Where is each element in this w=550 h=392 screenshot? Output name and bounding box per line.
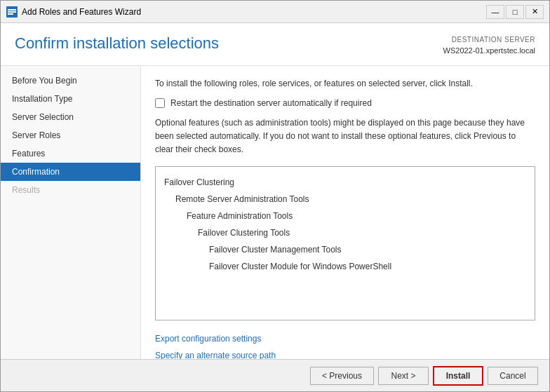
page-title: Confirm installation selections [15, 34, 219, 53]
svg-rect-2 [8, 11, 16, 13]
instructions-text: To install the following roles, role ser… [155, 77, 535, 90]
sidebar-item-server-selection[interactable]: Server Selection [1, 108, 140, 126]
window-controls: — □ ✕ [486, 5, 544, 19]
right-panel: To install the following roles, role ser… [141, 66, 549, 360]
destination-server-info: DESTINATION SERVER WS2022-01.xpertstec.l… [443, 34, 535, 57]
restart-checkbox[interactable] [155, 98, 165, 108]
feature-item-4: Failover Cluster Management Tools [164, 241, 526, 258]
feature-item-0: Failover Clustering [164, 174, 526, 191]
destination-label: DESTINATION SERVER [443, 34, 535, 45]
window-title: Add Roles and Features Wizard [22, 7, 486, 17]
alternate-source-link[interactable]: Specify an alternate source path [155, 347, 535, 359]
minimize-button[interactable]: — [486, 5, 504, 19]
svg-rect-3 [8, 13, 13, 15]
feature-item-3: Failover Clustering Tools [164, 224, 526, 241]
previous-button[interactable]: < Previous [310, 367, 374, 385]
restart-checkbox-row: Restart the destination server automatic… [155, 98, 535, 108]
sidebar-item-server-roles[interactable]: Server Roles [1, 126, 140, 144]
feature-item-5: Failover Cluster Module for Windows Powe… [164, 258, 526, 275]
sidebar-item-features[interactable]: Features [1, 144, 140, 163]
footer: < Previous Next > Install Cancel [1, 359, 549, 391]
destination-server-name: WS2022-01.xpertstec.local [443, 45, 535, 57]
sidebar: Before You Begin Installation Type Serve… [1, 66, 141, 360]
feature-item-2: Feature Administration Tools [164, 208, 526, 224]
sidebar-item-installation-type[interactable]: Installation Type [1, 90, 140, 108]
main-content: Before You Begin Installation Type Serve… [1, 66, 549, 360]
features-box: Failover Clustering Remote Server Admini… [155, 166, 535, 320]
app-icon [6, 6, 18, 18]
window: Add Roles and Features Wizard — □ ✕ Conf… [0, 0, 550, 392]
sidebar-item-results: Results [1, 181, 140, 199]
next-button[interactable]: Next > [378, 367, 429, 385]
cancel-button[interactable]: Cancel [488, 367, 538, 385]
sidebar-item-confirmation[interactable]: Confirmation [1, 163, 140, 181]
optional-notice-text: Optional features (such as administratio… [155, 116, 535, 157]
export-config-link[interactable]: Export configuration settings [155, 330, 535, 347]
title-bar: Add Roles and Features Wizard — □ ✕ [1, 1, 549, 23]
page-header: Confirm installation selections DESTINAT… [1, 23, 549, 66]
feature-item-1: Remote Server Administration Tools [164, 191, 526, 208]
links-section: Export configuration settings Specify an… [155, 330, 535, 359]
svg-rect-1 [8, 9, 16, 11]
install-button[interactable]: Install [433, 366, 483, 386]
restore-button[interactable]: □ [506, 5, 524, 19]
close-button[interactable]: ✕ [525, 5, 544, 19]
sidebar-item-before-you-begin[interactable]: Before You Begin [1, 72, 140, 90]
restart-checkbox-label[interactable]: Restart the destination server automatic… [170, 98, 372, 108]
